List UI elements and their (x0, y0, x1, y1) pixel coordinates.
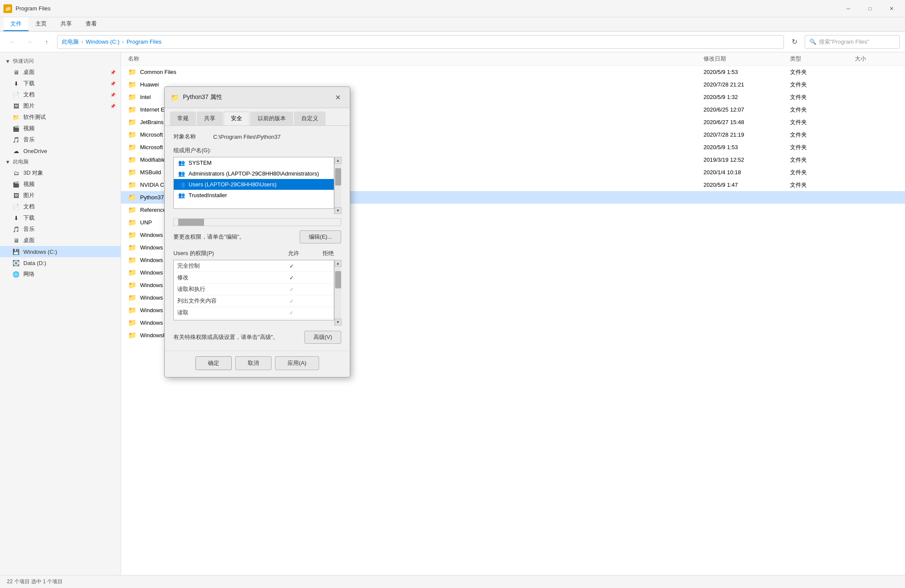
perm-allow-check: ✓ (278, 310, 304, 316)
dialog-tab-security[interactable]: 安全 (224, 112, 249, 125)
perm-row-read-exec: 读取和执行 ✓ (174, 284, 334, 295)
scroll-thumb (335, 168, 341, 185)
object-label: 对象名称 (173, 133, 208, 141)
dialog-tabs: 常规 共享 安全 以前的版本 自定义 (165, 108, 350, 126)
user-icon: 👥 (178, 192, 185, 198)
perm-row-read: 读取 ✓ (174, 307, 334, 319)
dialog-tab-previous[interactable]: 以前的版本 (250, 112, 293, 125)
apply-button[interactable]: 应用(A) (275, 356, 319, 370)
perm-allow-header: 允许 (281, 249, 307, 257)
object-name-row: 对象名称 C:\Program Files\Python37 (173, 133, 341, 141)
dialog-tab-general[interactable]: 常规 (170, 112, 196, 125)
user-icon: 👥 (178, 160, 185, 166)
perm-row-modify: 修改 ✓ (174, 272, 334, 284)
perm-row-list: 列出文件夹内容 ✓ (174, 295, 334, 307)
advanced-button[interactable]: 高级(V) (304, 331, 341, 344)
user-list-section: 👥 SYSTEM 👥 Administrators (LAPTOP-29C8HH… (173, 157, 341, 214)
object-value: C:\Program Files\Python37 (213, 134, 281, 140)
user-trustedinstaller[interactable]: 👥 TrustedInstaller (174, 190, 334, 201)
dialog-folder-icon: 📁 (171, 93, 179, 102)
perm-scroll-up[interactable]: ▲ (335, 260, 342, 267)
cancel-button[interactable]: 取消 (235, 356, 272, 370)
perm-header: Users 的权限(P) 允许 拒绝 (173, 249, 341, 257)
scroll-up-button[interactable]: ▲ (335, 157, 342, 164)
perm-allow-check: ✓ (278, 263, 304, 269)
dialog-content: 对象名称 C:\Program Files\Python37 组或用户名(G):… (165, 126, 350, 351)
perm-scroll-thumb (335, 271, 341, 288)
user-users[interactable]: 👥 Users (LAPTOP-29C8HH80\Users) (174, 179, 334, 190)
perm-deny-header: 拒绝 (315, 249, 341, 257)
perm-row-full: 完全控制 ✓ (174, 260, 334, 272)
group-label: 组或用户名(G): (173, 147, 341, 154)
user-system[interactable]: 👥 SYSTEM (174, 157, 334, 168)
perm-scroll-track (335, 267, 341, 319)
perm-allow-check: ✓ (278, 275, 304, 281)
perm-row-write: 写入 ✓ (174, 319, 334, 320)
special-text: 有关特殊权限或高级设置，请单击"高级"。 (173, 333, 299, 341)
ok-button[interactable]: 确定 (195, 356, 232, 370)
perm-table: 完全控制 ✓ 修改 ✓ 读取和执行 ✓ 列出文 (173, 260, 334, 320)
dialog-tab-custom[interactable]: 自定义 (294, 112, 326, 125)
user-icon: 👥 (178, 170, 185, 177)
edit-button[interactable]: 编辑(E)... (300, 230, 341, 243)
dialog-footer: 确定 取消 应用(A) (165, 351, 350, 377)
perm-allow-check: ✓ (278, 286, 304, 293)
perm-allow-check: ✓ (278, 298, 304, 304)
change-hint: 要更改权限，请单击"编辑"。 (173, 233, 294, 241)
user-list[interactable]: 👥 SYSTEM 👥 Administrators (LAPTOP-29C8HH… (173, 157, 334, 209)
hscroll-thumb (178, 219, 204, 226)
edit-row: 要更改权限，请单击"编辑"。 编辑(E)... (173, 230, 341, 243)
perm-table-section: 完全控制 ✓ 修改 ✓ 读取和执行 ✓ 列出文 (173, 260, 341, 326)
dialog-close-button[interactable]: ✕ (332, 91, 344, 103)
perm-scroll-down[interactable]: ▼ (335, 319, 342, 326)
dialog-tab-share[interactable]: 共享 (197, 112, 223, 125)
dialog-title-bar: 📁 Python37 属性 ✕ (165, 87, 350, 108)
properties-dialog: 📁 Python37 属性 ✕ 常规 共享 安全 以前的版本 自定义 对象名称 … (164, 86, 350, 377)
perm-table-scrollbar[interactable]: ▲ ▼ (334, 260, 341, 326)
user-icon: 👥 (178, 181, 185, 188)
advanced-row: 有关特殊权限或高级设置，请单击"高级"。 高级(V) (173, 331, 341, 344)
scroll-track (335, 164, 341, 207)
dialog-overlay: 📁 Python37 属性 ✕ 常规 共享 安全 以前的版本 自定义 对象名称 … (0, 0, 905, 588)
user-list-scrollbar[interactable]: ▲ ▼ (334, 157, 341, 214)
horizontal-scrollbar[interactable] (173, 218, 341, 226)
dialog-title: Python37 属性 (183, 93, 328, 101)
user-administrators[interactable]: 👥 Administrators (LAPTOP-29C8HH80\Admini… (174, 168, 334, 179)
scroll-down-button[interactable]: ▼ (335, 207, 342, 214)
perm-name-col-header: Users 的权限(P) (173, 249, 272, 257)
